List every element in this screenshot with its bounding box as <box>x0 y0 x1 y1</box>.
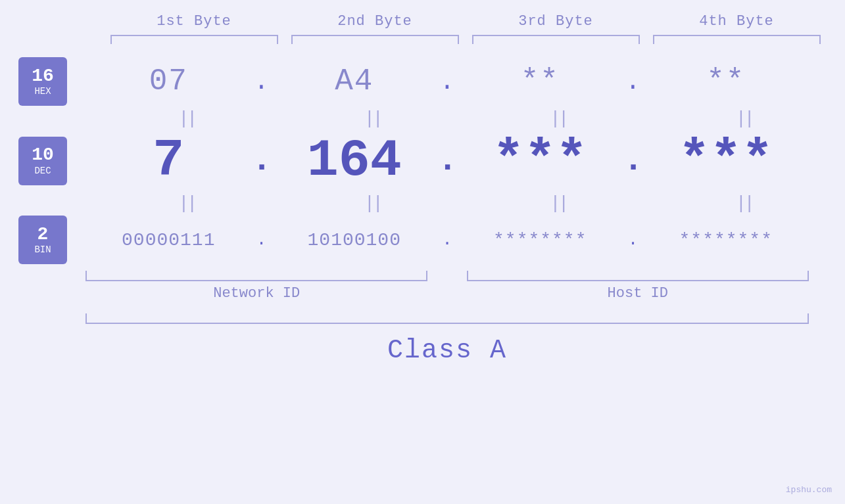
bottom-brackets-area <box>85 268 809 281</box>
bin-dot2: . <box>437 230 457 250</box>
bin-byte2: 10100100 <box>272 230 438 250</box>
dec-row-wrapper: 10 DEC 7 . 164 . *** . *** <box>0 131 845 191</box>
network-id-label: Network ID <box>85 285 427 302</box>
eq1-b4: || <box>661 108 827 129</box>
hex-label: HEX <box>34 86 51 97</box>
id-labels-gap <box>427 285 447 302</box>
class-label-area: Class A <box>85 329 809 365</box>
equals-row-1: || || || || <box>104 106 827 131</box>
hex-dot2: . <box>437 68 457 96</box>
main-container: 1st Byte 2nd Byte 3rd Byte 4th Byte 16 H… <box>0 0 845 504</box>
hex-row-wrapper: 16 HEX 07 . A4 . ** . ** <box>0 57 845 106</box>
class-label-spacer <box>0 329 85 365</box>
id-labels-area: Network ID Host ID <box>85 285 809 302</box>
eq1-b3: || <box>475 108 642 129</box>
eq2-b1: || <box>104 193 270 214</box>
dec-badge-container: 10 DEC <box>0 137 85 185</box>
byte2-header: 2nd Byte <box>285 13 466 30</box>
byte4-header: 4th Byte <box>646 13 827 30</box>
class-bracket-spacer <box>0 311 85 324</box>
class-a-bracket <box>85 311 809 324</box>
hex-badge-container: 16 HEX <box>0 57 85 106</box>
bottom-brackets-wrapper <box>0 268 845 281</box>
eq2-b4: || <box>661 193 827 214</box>
dec-label: DEC <box>34 166 51 176</box>
watermark: ipshu.com <box>786 485 832 495</box>
bin-dot1: . <box>252 230 272 250</box>
bin-badge: 2 BIN <box>18 216 67 264</box>
bottom-left-spacer <box>0 268 85 281</box>
dec-byte3: *** <box>457 131 623 191</box>
bin-dot3: . <box>623 230 643 250</box>
class-bracket-wrapper <box>0 311 845 324</box>
bin-byte4: ******** <box>643 230 809 250</box>
byte1-header: 1st Byte <box>104 13 285 30</box>
dec-values: 7 . 164 . *** . *** <box>85 131 809 191</box>
dec-byte4: *** <box>643 131 809 191</box>
bracket-byte2 <box>291 35 459 44</box>
dec-byte2: 164 <box>272 131 438 191</box>
top-bracket-row <box>104 35 827 44</box>
hex-dot1: . <box>252 68 272 96</box>
bin-byte3: ******** <box>457 230 623 250</box>
id-labels-wrapper: Network ID Host ID <box>0 285 845 302</box>
bin-badge-container: 2 BIN <box>0 216 85 264</box>
hex-byte3: ** <box>457 64 623 99</box>
eq2-b3: || <box>475 193 642 214</box>
byte3-header: 3rd Byte <box>466 13 646 30</box>
eq2-b2: || <box>289 193 456 214</box>
host-id-bracket <box>467 268 809 281</box>
bin-number: 2 <box>37 225 49 245</box>
bracket-byte1 <box>110 35 278 44</box>
hex-byte1: 07 <box>85 64 252 99</box>
dec-number: 10 <box>32 145 54 166</box>
id-labels-spacer <box>0 285 85 302</box>
bin-byte1: 00000111 <box>85 230 252 250</box>
bin-label: BIN <box>34 244 51 255</box>
bin-row-wrapper: 2 BIN 00000111 . 10100100 . ******** . *… <box>0 216 845 264</box>
equals-row-2: || || || || <box>104 191 827 216</box>
bracket-byte4 <box>653 35 821 44</box>
hex-byte4: ** <box>643 64 809 99</box>
dec-byte1: 7 <box>85 131 252 191</box>
bracket-byte3 <box>472 35 640 44</box>
hex-badge: 16 HEX <box>18 57 67 106</box>
dec-badge: 10 DEC <box>18 137 67 185</box>
hex-values: 07 . A4 . ** . ** <box>85 64 809 99</box>
hex-number: 16 <box>32 66 54 87</box>
host-id-label: Host ID <box>467 285 809 302</box>
bin-values: 00000111 . 10100100 . ******** . *******… <box>85 230 809 250</box>
class-label-wrapper: Class A <box>0 329 845 365</box>
hex-byte2: A4 <box>272 64 438 99</box>
dec-dot1: . <box>252 141 272 180</box>
class-a-label: Class A <box>85 336 809 365</box>
dec-dot3: . <box>623 141 643 180</box>
eq1-b1: || <box>104 108 270 129</box>
hex-dot3: . <box>623 68 643 96</box>
byte-headers: 1st Byte 2nd Byte 3rd Byte 4th Byte <box>104 13 827 30</box>
dec-dot2: . <box>437 141 457 180</box>
class-bracket-area <box>85 311 809 324</box>
network-id-bracket <box>85 268 427 281</box>
bracket-gap <box>427 268 447 281</box>
eq1-b2: || <box>289 108 456 129</box>
